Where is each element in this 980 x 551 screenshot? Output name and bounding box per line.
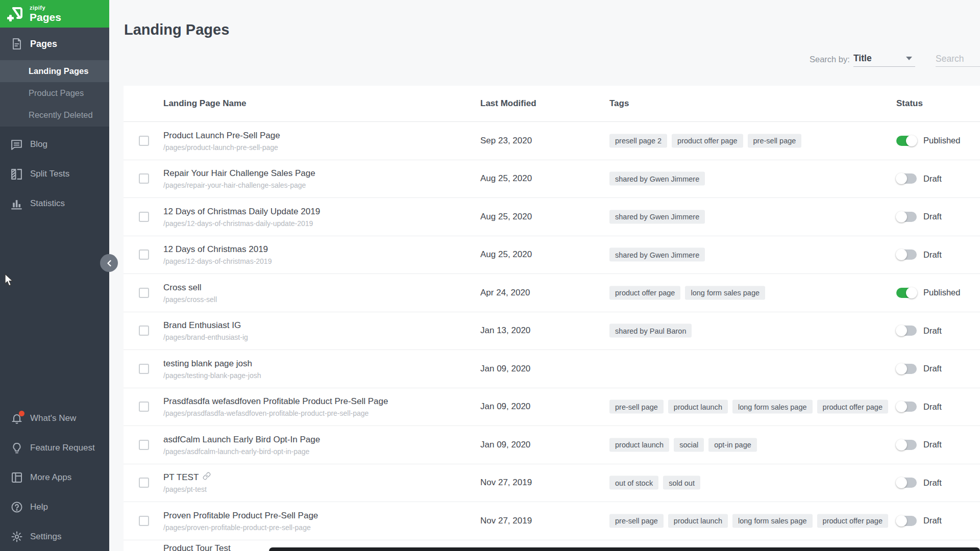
search-by-selected-value: Title <box>853 53 872 64</box>
sidebar-item-product-pages[interactable]: Product Pages <box>0 82 109 104</box>
search-by-label: Search by: <box>810 55 850 64</box>
row-page-name[interactable]: Brand Enthusiast IG <box>163 320 248 331</box>
row-checkbox[interactable] <box>139 402 149 412</box>
tag-badge: shared by Gwen Jimmere <box>609 172 705 186</box>
tag-badge: long form sales page <box>732 514 813 528</box>
link-icon[interactable] <box>203 472 211 483</box>
row-status-toggle[interactable] <box>896 212 917 222</box>
table-row: Repair Your Hair Challenge Sales Page /p… <box>124 160 980 198</box>
row-status-toggle[interactable] <box>896 136 917 146</box>
row-status-toggle[interactable] <box>896 288 917 298</box>
row-page-name[interactable]: Product Launch Pre-Sell Page <box>163 130 280 140</box>
row-status-toggle[interactable] <box>896 364 917 374</box>
row-checkbox[interactable] <box>139 516 149 526</box>
row-checkbox[interactable] <box>139 364 149 374</box>
row-status-toggle[interactable] <box>896 325 917 336</box>
row-last-modified: Aug 25, 2020 <box>480 249 532 260</box>
tag-badge: shared by Paul Baron <box>609 324 692 338</box>
tag-badge: pre-sell page <box>609 514 664 528</box>
tag-badge: product launch <box>668 400 728 414</box>
mouse-cursor <box>5 273 15 288</box>
landing-pages-table: Landing Page Name Last Modified Tags Sta… <box>124 86 980 551</box>
table-body: Product Launch Pre-Sell Page /pages/prod… <box>124 122 980 551</box>
row-status-label: Draft <box>923 402 942 412</box>
sidebar-collapse-button[interactable] <box>100 254 118 272</box>
search-input[interactable] <box>936 51 980 67</box>
row-status-label: Draft <box>923 364 942 373</box>
row-checkbox[interactable] <box>139 136 149 146</box>
row-tags: presell page 2product offer pagepre-sell… <box>609 134 801 147</box>
row-page-name[interactable]: Cross sell <box>163 282 217 292</box>
gear-icon <box>10 531 23 543</box>
tag-badge: product offer page <box>817 514 888 528</box>
row-page-name[interactable]: Proven Profitable Product Pre-Sell Page <box>163 510 318 520</box>
row-page-name[interactable]: Product Tour Test <box>163 543 231 551</box>
row-page-slug: /pages/12-days-of-christmas-2019 <box>163 257 272 265</box>
row-status-toggle[interactable] <box>896 402 917 412</box>
row-page-name[interactable]: 12 Days of Christmas Daily Update 2019 <box>163 206 320 216</box>
row-tags: shared by Gwen Jimmere <box>609 172 705 186</box>
sidebar-item-help[interactable]: Help <box>0 492 109 522</box>
sidebar-item-landing-pages[interactable]: Landing Pages <box>0 60 109 82</box>
page-title: Landing Pages <box>124 21 229 38</box>
row-page-name[interactable]: Repair Your Hair Challenge Sales Page <box>163 168 315 179</box>
row-status-label: Draft <box>923 326 942 336</box>
row-status-toggle[interactable] <box>896 173 917 184</box>
sidebar-item-blog[interactable]: Blog <box>0 130 109 159</box>
sidebar-item-whats-new[interactable]: What's New <box>0 404 109 433</box>
row-checkbox[interactable] <box>139 440 149 450</box>
row-page-name[interactable]: asdfCalm Launch Early Bird Opt-In Page <box>163 434 320 444</box>
sidebar-bottom-nav: What's New Feature Request <box>0 404 109 551</box>
row-page-slug: /pages/testing-blank-page-josh <box>163 371 261 379</box>
row-page-name[interactable]: Prasdfasdfa wefasdfoven Profitable Produ… <box>163 396 388 407</box>
row-last-modified: Jan 13, 2020 <box>480 325 530 336</box>
row-page-name[interactable]: PT TEST <box>163 472 211 483</box>
row-page-slug: /pages/proven-profitable-product-pre-sel… <box>163 523 318 531</box>
table-row: 12 Days of Christmas Daily Update 2019 /… <box>124 198 980 236</box>
bar-chart-icon <box>10 197 23 210</box>
sidebar-item-more-apps[interactable]: More Apps <box>0 463 109 492</box>
tag-badge: pre-sell page <box>609 400 664 414</box>
sidebar-item-statistics[interactable]: Statistics <box>0 189 109 218</box>
chevron-left-icon <box>106 260 112 267</box>
row-status-toggle[interactable] <box>896 440 917 450</box>
sidebar-item-statistics-label: Statistics <box>30 198 65 209</box>
table-row: Product Launch Pre-Sell Page /pages/prod… <box>124 122 980 160</box>
row-status-toggle[interactable] <box>896 249 917 260</box>
table-row: asdfCalm Launch Early Bird Opt-In Page /… <box>124 426 980 464</box>
row-checkbox[interactable] <box>139 173 149 184</box>
row-last-modified: Aug 25, 2020 <box>480 173 532 184</box>
row-tags: product offer pagelong form sales page <box>609 286 765 299</box>
row-tags: out of stocksold out <box>609 476 700 490</box>
row-page-name[interactable]: 12 Days of Christmas 2019 <box>163 244 272 255</box>
tag-badge: sold out <box>663 476 700 490</box>
row-tags: shared by Paul Baron <box>609 324 692 338</box>
row-status-label: Draft <box>923 212 942 221</box>
row-checkbox[interactable] <box>139 288 149 298</box>
tag-badge: product launch <box>609 438 669 452</box>
sidebar-item-pages-label: Pages <box>30 39 57 49</box>
search-by-select[interactable]: Title <box>853 51 915 67</box>
row-last-modified: Nov 27, 2019 <box>480 516 532 526</box>
row-checkbox[interactable] <box>139 212 149 222</box>
sidebar-item-blog-label: Blog <box>30 139 47 149</box>
sidebar-item-split-tests[interactable]: Split Tests <box>0 159 109 189</box>
sidebar-item-pages[interactable]: Pages <box>0 28 109 60</box>
row-tags: shared by Gwen Jimmere <box>609 210 705 223</box>
row-status-toggle[interactable] <box>896 516 917 526</box>
row-status-label: Draft <box>923 478 942 488</box>
row-checkbox[interactable] <box>139 325 149 336</box>
document-icon <box>10 38 23 51</box>
chat-icon <box>10 138 23 151</box>
logo[interactable]: zipify Pages <box>0 0 109 28</box>
sidebar-item-recently-deleted[interactable]: Recently Deleted <box>0 104 109 126</box>
row-status-toggle[interactable] <box>896 478 917 488</box>
sidebar-item-feature-request[interactable]: Feature Request <box>0 433 109 463</box>
table-row: Brand Enthusiast IG /pages/brand-enthusi… <box>124 312 980 350</box>
chevron-down-icon <box>906 57 912 60</box>
row-checkbox[interactable] <box>139 478 149 488</box>
zipify-logo-icon <box>7 5 24 22</box>
row-page-name[interactable]: testing blank page josh <box>163 358 261 368</box>
row-checkbox[interactable] <box>139 249 149 260</box>
sidebar-item-settings[interactable]: Settings <box>0 522 109 551</box>
